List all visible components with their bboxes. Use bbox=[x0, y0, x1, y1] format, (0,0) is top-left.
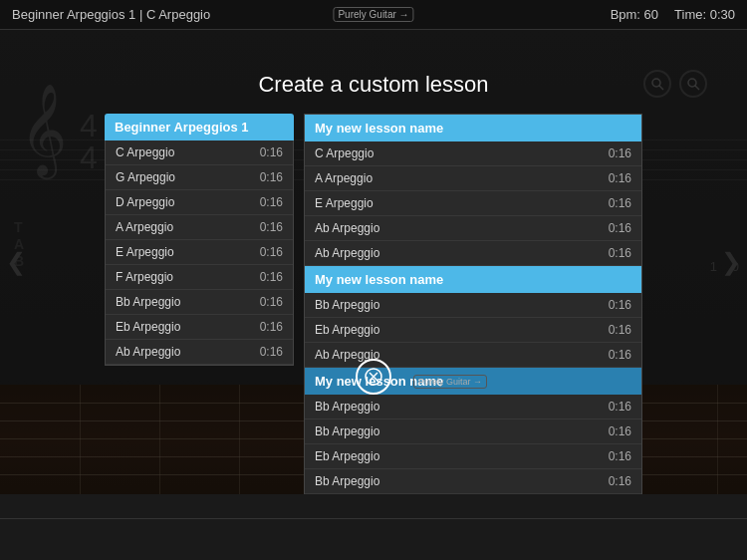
left-panel: Beginner Arpeggios 1 C Arpeggio0:16G Arp… bbox=[105, 114, 294, 494]
left-lesson-item[interactable]: G Arpeggio0:16 bbox=[106, 165, 293, 190]
right-lesson-item[interactable]: Ab Arpeggio0:16 bbox=[305, 216, 641, 241]
main-area: 𝄞 4 4 T A B 1 0 ❮ ❯ bbox=[0, 30, 747, 494]
top-bar-title: Beginner Arpeggios 1 | C Arpeggio bbox=[12, 7, 210, 22]
left-lesson-item[interactable]: F Arpeggio0:16 bbox=[106, 265, 293, 290]
right-lesson-item[interactable]: E Arpeggio0:16 bbox=[305, 191, 641, 216]
right-lesson-item[interactable]: Bb Arpeggio0:16 bbox=[305, 469, 641, 494]
left-lesson-item[interactable]: E Arpeggio0:16 bbox=[106, 240, 293, 265]
left-lesson-item[interactable]: C Arpeggio0:16 bbox=[106, 140, 293, 165]
left-lesson-item[interactable]: Ab Arpeggio0:16 bbox=[106, 340, 293, 365]
close-button[interactable] bbox=[356, 359, 391, 395]
modal-title: Create a custom lesson bbox=[258, 72, 488, 98]
right-lesson-item[interactable]: Bb Arpeggio0:16 bbox=[305, 293, 641, 318]
right-lesson-item[interactable]: Ab Arpeggio0:16 bbox=[305, 241, 641, 266]
left-lesson-item[interactable]: D Arpeggio0:16 bbox=[106, 190, 293, 215]
right-section-header-0[interactable]: My new lesson name bbox=[305, 115, 641, 141]
modal-logo: Purely Guitar → bbox=[413, 375, 487, 389]
top-bar-right: Bpm: 60 Time: 0:30 bbox=[611, 7, 735, 22]
right-lesson-item[interactable]: Eb Arpeggio0:16 bbox=[305, 444, 641, 469]
top-bar-logo: Purely Guitar → bbox=[333, 7, 413, 22]
right-lesson-item[interactable]: Bb Arpeggio0:16 bbox=[305, 395, 641, 420]
left-lesson-item[interactable]: A Arpeggio0:16 bbox=[106, 215, 293, 240]
left-lesson-list: C Arpeggio0:16G Arpeggio0:16D Arpeggio0:… bbox=[105, 140, 294, 366]
right-section-header-1[interactable]: My new lesson name bbox=[305, 266, 641, 293]
time-display: Time: 0:30 bbox=[674, 7, 735, 22]
modal-overlay: Create a custom lesson Beginner Arpeggio… bbox=[0, 30, 747, 494]
bottom-toolbar bbox=[0, 518, 747, 560]
right-lesson-item[interactable]: Ab Arpeggio0:16 bbox=[305, 343, 641, 368]
right-lesson-item[interactable]: A Arpeggio0:16 bbox=[305, 166, 641, 191]
right-lesson-item[interactable]: Bb Arpeggio0:16 bbox=[305, 420, 641, 444]
logo-text: Purely Guitar → bbox=[333, 7, 413, 22]
right-lesson-item[interactable]: C Arpeggio0:16 bbox=[305, 141, 641, 166]
bpm-display: Bpm: 60 bbox=[611, 7, 658, 22]
right-lesson-item[interactable]: Eb Arpeggio0:16 bbox=[305, 318, 641, 343]
modal-body: Beginner Arpeggios 1 C Arpeggio0:16G Arp… bbox=[105, 114, 642, 494]
right-lesson-list: My new lesson nameC Arpeggio0:16A Arpegg… bbox=[304, 114, 642, 494]
left-lesson-item[interactable]: Eb Arpeggio0:16 bbox=[106, 315, 293, 340]
top-bar: Beginner Arpeggios 1 | C Arpeggio Purely… bbox=[0, 0, 747, 30]
left-panel-header: Beginner Arpeggios 1 bbox=[105, 114, 294, 140]
right-panel: My new lesson nameC Arpeggio0:16A Arpegg… bbox=[304, 114, 642, 494]
left-lesson-item[interactable]: Bb Arpeggio0:16 bbox=[106, 290, 293, 315]
